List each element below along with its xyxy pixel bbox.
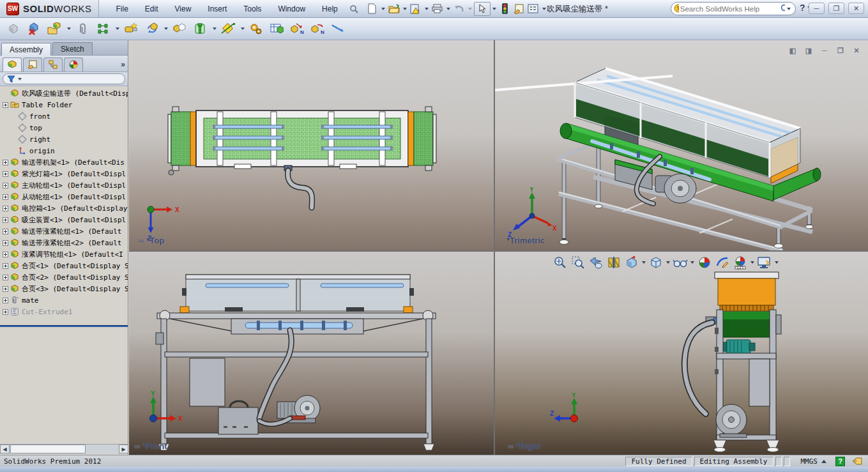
- options-dropdown[interactable]: [542, 8, 546, 10]
- expand-icon[interactable]: [3, 252, 8, 257]
- trimetric-blower[interactable]: [655, 174, 696, 203]
- doc-restore-icon[interactable]: ❐: [835, 46, 846, 55]
- motion-gears-icon[interactable]: [247, 19, 266, 38]
- front-control-panel[interactable]: [190, 358, 225, 406]
- configuration-manager-tab[interactable]: [43, 57, 63, 72]
- expand-icon[interactable]: [3, 102, 8, 108]
- measure-dimension-icon[interactable]: [328, 19, 347, 38]
- expand-icon[interactable]: [3, 263, 8, 269]
- display-manager-tab[interactable]: [64, 57, 83, 72]
- section-view-icon[interactable]: [606, 255, 621, 270]
- status-help-icon[interactable]: [835, 457, 845, 466]
- property-manager-tab[interactable]: [23, 57, 42, 72]
- apply-scene-icon[interactable]: [715, 255, 730, 270]
- tree-item-hinge-1[interactable]: 合页<1> (Default<Display S: [0, 260, 128, 271]
- menu-view[interactable]: View: [167, 0, 200, 17]
- edit-appearance-icon[interactable]: [697, 255, 712, 270]
- new-document-dropdown[interactable]: [381, 8, 385, 10]
- tree-item-mates[interactable]: mate: [0, 294, 128, 306]
- viewport-top[interactable]: X Z *Top: [129, 40, 494, 250]
- restore-button[interactable]: ❐: [828, 3, 844, 14]
- edit-component-icon[interactable]: [4, 19, 23, 38]
- viewport-vertical-splitter[interactable]: [494, 40, 495, 455]
- save-document-button[interactable]: !: [409, 2, 423, 16]
- previous-view-icon[interactable]: [588, 255, 604, 270]
- minimize-button[interactable]: ─: [809, 3, 825, 14]
- insert-component-icon[interactable]: [45, 19, 64, 38]
- search-input[interactable]: [679, 4, 780, 13]
- mate-dropdown[interactable]: [116, 27, 119, 30]
- front-blower[interactable]: [277, 395, 320, 423]
- expand-icon[interactable]: [3, 286, 8, 292]
- front-enclosure[interactable]: [182, 275, 414, 312]
- expand-icon[interactable]: [3, 206, 8, 211]
- viewport-horizontal-splitter[interactable]: [129, 250, 868, 252]
- file-properties-button[interactable]: [512, 2, 526, 16]
- rotate-with-triad-icon[interactable]: N: [308, 19, 327, 38]
- expand-icon[interactable]: [3, 183, 8, 188]
- tree-item-electric-box[interactable]: 电控箱<1> (Default<Display: [0, 202, 128, 214]
- menu-window[interactable]: Window: [270, 0, 314, 17]
- viewport-right[interactable]: Y Z *Right: [495, 251, 868, 455]
- tab-sketch[interactable]: Sketch: [52, 42, 93, 55]
- pane-right-icon[interactable]: ◨: [803, 46, 814, 55]
- expand-icon[interactable]: [3, 171, 8, 177]
- menu-tools[interactable]: Tools: [235, 0, 270, 17]
- undo-button[interactable]: [452, 2, 466, 16]
- expand-icon[interactable]: [3, 229, 8, 234]
- menu-insert[interactable]: Insert: [199, 0, 235, 17]
- expand-icon[interactable]: [3, 309, 8, 315]
- pane-left-icon[interactable]: ◧: [788, 46, 798, 55]
- hide-show-component-icon[interactable]: [24, 19, 43, 38]
- tree-horizontal-scrollbar[interactable]: ◀ ▶: [0, 444, 128, 453]
- expand-icon[interactable]: [3, 160, 8, 165]
- filter-dropdown[interactable]: [18, 78, 22, 80]
- tree-item-cut-extrude[interactable]: Cut-Extrude1: [0, 306, 128, 317]
- select-tool-dropdown[interactable]: [492, 8, 496, 10]
- hide-show-items-icon[interactable]: [673, 255, 688, 270]
- component-fastener-icon[interactable]: [190, 19, 209, 38]
- screen-options-icon[interactable]: [757, 255, 772, 270]
- open-document-button[interactable]: [387, 2, 401, 16]
- tree-item-origin[interactable]: origin: [0, 145, 128, 156]
- expand-icon[interactable]: [3, 194, 8, 200]
- viewport-trimetric[interactable]: Y X Z *Trimetric ◧ ◨ ─ ❐ ✕: [495, 40, 868, 250]
- new-document-button[interactable]: [365, 2, 379, 16]
- tree-item-top[interactable]: top: [0, 122, 128, 133]
- pin-menu-icon[interactable]: [349, 4, 359, 14]
- menu-edit[interactable]: Edit: [137, 0, 167, 17]
- save-document-dropdown[interactable]: [425, 8, 429, 10]
- rebuild-button[interactable]: [498, 2, 512, 16]
- menu-file[interactable]: File: [108, 0, 137, 17]
- doc-close-icon[interactable]: ✕: [851, 46, 862, 55]
- tree-item-right[interactable]: right: [0, 133, 128, 145]
- tree-item-conveyor-frame[interactable]: 输送带机架<1> (Default<Dis: [0, 156, 128, 168]
- display-style-icon[interactable]: [648, 255, 664, 270]
- right-motor[interactable]: [722, 340, 755, 354]
- tree-item-dust-suction[interactable]: 吸尘装置<1> (Default<Displ: [0, 214, 128, 225]
- view-orientation-dropdown[interactable]: [642, 261, 646, 264]
- search-dropdown[interactable]: [787, 8, 791, 10]
- units-selector[interactable]: MMGS: [792, 457, 836, 466]
- expand-icon[interactable]: [3, 240, 8, 246]
- hide-show-items-dropdown[interactable]: [690, 261, 694, 264]
- right-top-assembly[interactable]: [715, 272, 779, 337]
- tree-item-uv-lamp-box[interactable]: 紫光灯箱<1> (Default<Displ: [0, 168, 128, 179]
- top-view-right-roller[interactable]: [408, 107, 436, 171]
- smart-fasteners-icon[interactable]: [121, 19, 141, 38]
- tree-item-table-folder[interactable]: Table Folder: [0, 99, 128, 110]
- tree-item-drive-wheel[interactable]: 主动轮组<1> (Default<Displ: [0, 179, 128, 191]
- tree-item-driven-wheel[interactable]: 从动轮组<1> (Default<Displ: [0, 191, 128, 202]
- help-search-box[interactable]: ?: [671, 2, 796, 15]
- menu-help[interactable]: Help: [314, 0, 346, 17]
- top-view-hose[interactable]: [284, 165, 312, 208]
- doc-minimize-icon[interactable]: ─: [819, 46, 830, 55]
- expand-icon[interactable]: [3, 275, 8, 280]
- mate-icon[interactable]: [93, 19, 112, 38]
- display-style-dropdown[interactable]: [666, 261, 670, 264]
- feature-tree-tab[interactable]: [3, 57, 22, 72]
- chevrons-right-icon[interactable]: [121, 60, 125, 69]
- screen-options-dropdown[interactable]: [775, 261, 779, 264]
- view-orientation-icon[interactable]: [624, 255, 639, 270]
- tree-item-tension-adjust[interactable]: 涨紧调节轮组<1> (Default<I: [0, 248, 128, 260]
